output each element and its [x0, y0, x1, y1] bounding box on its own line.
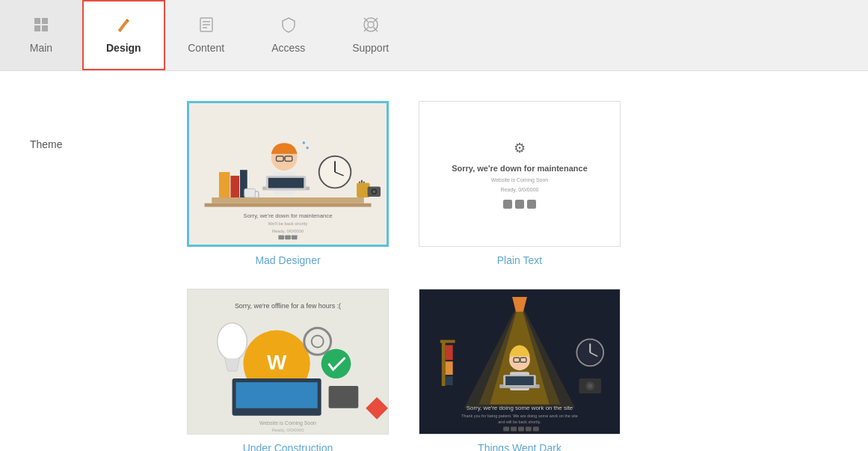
svg-point-53	[218, 322, 247, 360]
theme-name-under-construction: Under Construction	[243, 442, 333, 451]
svg-rect-89	[503, 426, 509, 431]
gear-icon: ⚙	[514, 140, 526, 156]
support-icon	[363, 16, 379, 37]
main-content: Theme	[0, 71, 868, 451]
svg-text:Thank you for being patient. W: Thank you for being patient. We are doin…	[461, 413, 578, 417]
theme-card-under-construction[interactable]: Sorry, we're offline for a few hours :( …	[187, 289, 389, 451]
theme-card-things-went-dark[interactable]: Sorry, we're doing some work on the site…	[419, 289, 621, 451]
plain-title: Sorry, we're down for maintenance	[452, 164, 588, 173]
theme-name-mad-designer: Mad Designer	[255, 254, 320, 266]
svg-rect-45	[285, 235, 291, 239]
tab-access-label: Access	[271, 42, 305, 54]
svg-text:Sorry, we're doing some work o: Sorry, we're doing some work on the site	[467, 405, 573, 411]
svg-rect-93	[533, 426, 539, 431]
theme-grid: Sorry, we're down for maintenance We'll …	[187, 101, 621, 451]
svg-rect-77	[446, 361, 453, 375]
svg-point-54	[321, 349, 351, 378]
theme-preview-under-construction: Sorry, we're offline for a few hours :( …	[187, 289, 389, 435]
svg-rect-75	[440, 340, 455, 343]
svg-rect-57	[329, 386, 359, 408]
main-icon	[33, 16, 49, 37]
svg-text:and will be back shortly.: and will be back shortly.	[498, 419, 541, 423]
plain-social	[503, 200, 536, 209]
svg-rect-92	[526, 426, 532, 431]
svg-point-85	[588, 384, 592, 388]
theme-card-plain-text[interactable]: ⚙ Sorry, we're down for maintenance Webs…	[419, 101, 621, 266]
svg-rect-3	[42, 25, 48, 31]
plain-sub: Website is Coming Soon	[491, 177, 549, 182]
svg-text:Sorry, we're offline for a few: Sorry, we're offline for a few hours :(	[235, 302, 341, 310]
tab-main[interactable]: Main	[0, 0, 82, 70]
design-icon	[115, 16, 132, 37]
social-icon-gp	[527, 200, 536, 209]
plain-date: Ready, 0/0/0000	[501, 187, 539, 192]
theme-label: Theme	[30, 101, 97, 150]
svg-rect-19	[230, 176, 239, 197]
svg-rect-91	[518, 426, 524, 431]
tab-access[interactable]: Access	[247, 0, 330, 70]
tab-bar: Main Design Content Acc	[0, 0, 868, 71]
svg-text:Ready, 0/0/0000: Ready, 0/0/0000	[272, 229, 304, 233]
tab-content[interactable]: Content	[165, 0, 247, 70]
svg-rect-17	[205, 203, 372, 207]
social-icon-fb	[503, 200, 512, 209]
svg-point-10	[368, 22, 374, 28]
section-label-text: Theme	[30, 138, 63, 150]
tab-content-label: Content	[188, 42, 224, 54]
svg-rect-16	[212, 197, 364, 203]
tab-design-label: Design	[106, 42, 141, 54]
svg-rect-1	[42, 18, 48, 24]
svg-rect-46	[292, 235, 298, 239]
theme-card-mad-designer[interactable]: Sorry, we're down for maintenance We'll …	[187, 101, 389, 266]
svg-rect-2	[34, 25, 40, 31]
theme-name-things-went-dark: Things Went Dark	[478, 442, 561, 451]
svg-rect-32	[268, 178, 304, 188]
social-icon-tw	[515, 200, 524, 209]
svg-rect-73	[505, 376, 534, 385]
svg-rect-44	[278, 235, 284, 239]
svg-rect-74	[442, 341, 446, 386]
svg-text:Sorry, we're down for maintena: Sorry, we're down for maintenance	[244, 212, 333, 219]
svg-text:Website is Coming Soon: Website is Coming Soon	[259, 420, 316, 426]
theme-section: Theme	[30, 93, 838, 451]
theme-preview-things-went-dark: Sorry, we're doing some work on the site…	[419, 289, 621, 435]
svg-rect-90	[511, 426, 517, 431]
theme-name-plain-text: Plain Text	[497, 254, 542, 266]
content-icon	[198, 16, 215, 37]
svg-rect-33	[244, 188, 256, 197]
svg-rect-0	[34, 18, 40, 24]
theme-preview-plain-text: ⚙ Sorry, we're down for maintenance Webs…	[419, 101, 621, 247]
svg-rect-56	[236, 382, 318, 408]
svg-rect-18	[219, 172, 230, 197]
svg-text:We'll be back shortly: We'll be back shortly	[268, 221, 308, 226]
tab-support[interactable]: Support	[330, 0, 412, 70]
svg-rect-78	[446, 376, 453, 385]
theme-preview-mad-designer: Sorry, we're down for maintenance We'll …	[187, 101, 389, 247]
svg-rect-76	[446, 345, 453, 360]
tab-design[interactable]: Design	[82, 0, 165, 70]
tab-main-label: Main	[30, 42, 52, 54]
svg-text:W: W	[267, 351, 287, 374]
svg-text:Ready, 0/0/0000: Ready, 0/0/0000	[271, 427, 304, 432]
svg-point-40	[372, 190, 375, 193]
access-icon	[280, 16, 297, 37]
tab-support-label: Support	[352, 42, 389, 54]
